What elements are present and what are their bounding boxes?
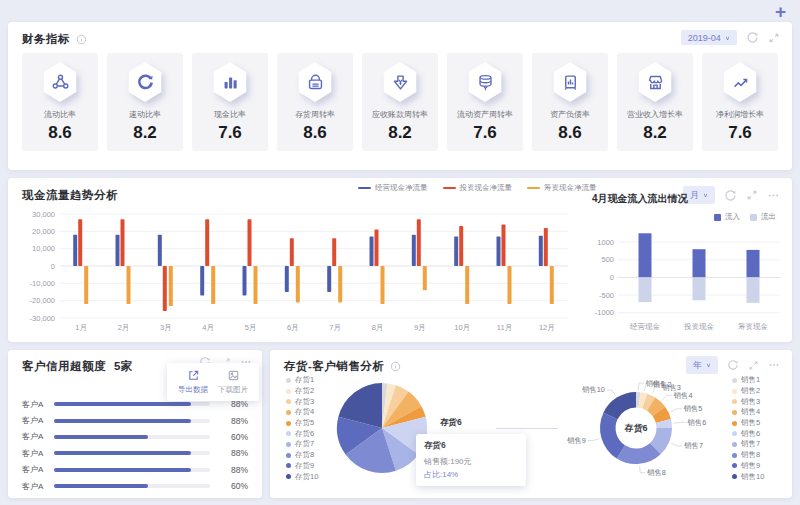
- april-flow-chart[interactable]: 10005000-500-1000经营现金投资现金筹资现金: [588, 222, 788, 332]
- legend-item[interactable]: 流入: [714, 212, 740, 222]
- svg-text:0: 0: [610, 273, 614, 282]
- legend-dot: [732, 389, 737, 394]
- svg-text:20,000: 20,000: [32, 227, 55, 236]
- legend-item[interactable]: 存货7: [286, 439, 318, 450]
- svg-text:3月: 3月: [160, 323, 172, 332]
- coins-yen-icon: [467, 62, 504, 102]
- pie-callout-label: 存货6: [440, 417, 462, 429]
- bar: [370, 237, 374, 267]
- svg-text:12月: 12月: [539, 323, 555, 332]
- chevron-down-icon: ∨: [703, 192, 708, 198]
- credit-row-label: 客户A: [22, 399, 54, 410]
- download-image-button[interactable]: 下载图片: [213, 369, 253, 395]
- legend-item[interactable]: 存货1: [286, 375, 318, 386]
- chevron-down-icon: ∨: [725, 34, 730, 40]
- sales-donut-chart[interactable]: 销售1销售2销售3销售4销售5销售6销售7销售8销售9销售10存货6: [536, 350, 732, 498]
- legend-item[interactable]: 销售3: [732, 396, 764, 407]
- legend-item[interactable]: 销售7: [732, 439, 764, 450]
- kpi-card: 资产负债率 8.6: [532, 53, 608, 151]
- legend-item[interactable]: 存货10: [286, 471, 318, 482]
- cashflow-panel-title: 现金流量趋势分析: [22, 188, 118, 203]
- bar: [116, 235, 120, 266]
- credit-bar-track: [54, 402, 210, 406]
- more-icon[interactable]: [767, 189, 780, 202]
- credit-row[interactable]: 客户A 88%: [8, 412, 262, 428]
- legend-item[interactable]: 经营现金净流量: [358, 183, 428, 193]
- svg-text:-1000: -1000: [595, 308, 614, 317]
- credit-row-label: 客户A: [22, 431, 54, 442]
- tooltip-title: 存货6: [424, 440, 518, 452]
- credit-row-label: 客户A: [22, 481, 54, 492]
- kpi-cards-row: 流动比率 8.6 速动比率 8.2 现金比率 7.6 存货周转率 8.6 应收账…: [8, 47, 792, 151]
- expand-icon[interactable]: [768, 32, 780, 44]
- refresh-icon[interactable]: [724, 189, 737, 202]
- bar: [200, 266, 204, 296]
- legend-item[interactable]: 流出: [750, 212, 776, 222]
- expand-icon[interactable]: [748, 360, 759, 371]
- more-icon[interactable]: [768, 359, 780, 371]
- legend-dot: [286, 463, 291, 468]
- kpi-card-label: 流动比率: [44, 109, 76, 120]
- legend-item[interactable]: 销售9: [732, 461, 764, 472]
- april-flow-title: 4月现金流入流出情况: [592, 192, 688, 206]
- bar: [497, 237, 501, 267]
- credit-bar-track: [54, 419, 210, 423]
- legend-item[interactable]: 存货4: [286, 407, 318, 418]
- bar: [327, 266, 331, 292]
- cashflow-panel: 现金流量趋势分析 经营现金净流量投资现金净流量筹资现金净流量 月∨ 30,000…: [8, 178, 792, 342]
- legend-item[interactable]: 投资现金净流量: [443, 183, 513, 193]
- panel-context-menu: 导出数据 下载图片: [167, 363, 259, 401]
- legend-item[interactable]: 存货6: [286, 428, 318, 439]
- refresh-icon[interactable]: [746, 31, 759, 44]
- credit-row-value: 88%: [222, 465, 248, 475]
- credit-row[interactable]: 客户A 88%: [8, 445, 262, 461]
- kpi-card: 存货周转率 8.6: [277, 53, 353, 151]
- bar: [423, 266, 427, 290]
- legend-marker: [358, 187, 371, 189]
- svg-text:销售5: 销售5: [683, 404, 703, 413]
- bar: [205, 219, 209, 266]
- date-selector[interactable]: 2019-04∨: [681, 30, 737, 45]
- export-data-button[interactable]: 导出数据: [173, 369, 213, 395]
- credit-bar-track: [54, 468, 210, 472]
- svg-text:10月: 10月: [454, 323, 470, 332]
- bar: [243, 266, 247, 296]
- credit-panel: 客户信用超额度 5家 导出数据 下载图片 客户A 88% 客户A 88% 客户A…: [8, 350, 262, 498]
- legend-item[interactable]: 销售1: [732, 375, 764, 386]
- legend-dot: [286, 442, 291, 447]
- credit-row[interactable]: 客户A 60%: [8, 429, 262, 445]
- legend-item[interactable]: 销售5: [732, 418, 764, 429]
- legend-item[interactable]: 存货3: [286, 396, 318, 407]
- bar-chart-icon: [212, 62, 249, 102]
- legend-item[interactable]: 销售8: [732, 450, 764, 461]
- legend-item[interactable]: 存货5: [286, 418, 318, 429]
- legend-item[interactable]: 存货2: [286, 386, 318, 397]
- kpi-card-value: 7.6: [218, 123, 242, 143]
- svg-text:11月: 11月: [497, 323, 512, 332]
- arrow-down-yen-icon: [382, 62, 419, 102]
- expand-icon[interactable]: [746, 189, 758, 201]
- legend-item[interactable]: 筹资现金净流量: [527, 183, 597, 193]
- add-widget-button[interactable]: +: [775, 2, 786, 21]
- bar-outflow: [693, 277, 706, 300]
- legend-item[interactable]: 销售10: [732, 471, 764, 482]
- svg-text:-500: -500: [599, 291, 614, 300]
- credit-row-value: 88%: [222, 416, 248, 426]
- image-icon: [227, 369, 240, 382]
- legend-item[interactable]: 存货9: [286, 461, 318, 472]
- dashboard-page: + 财务指标 2019-04∨ 流动比率 8.6 速动比率 8.2 现金比率 7…: [0, 0, 800, 505]
- bar: [163, 266, 167, 311]
- legend-dot: [732, 474, 737, 479]
- legend-item[interactable]: 销售6: [732, 428, 764, 439]
- cashflow-trend-chart[interactable]: 30,00020,00010,0000-10,000-20,000-30,000…: [14, 208, 576, 334]
- legend-dot: [286, 399, 291, 404]
- credit-row[interactable]: 客户A 60%: [8, 478, 262, 494]
- bar: [290, 238, 294, 266]
- legend-item[interactable]: 销售2: [732, 386, 764, 397]
- kpi-card-value: 8.6: [48, 123, 72, 143]
- info-icon[interactable]: [76, 34, 87, 45]
- credit-row[interactable]: 客户A 88%: [8, 462, 262, 478]
- legend-item[interactable]: 销售4: [732, 407, 764, 418]
- legend-item[interactable]: 存货8: [286, 450, 318, 461]
- kpi-card-label: 速动比率: [129, 109, 161, 120]
